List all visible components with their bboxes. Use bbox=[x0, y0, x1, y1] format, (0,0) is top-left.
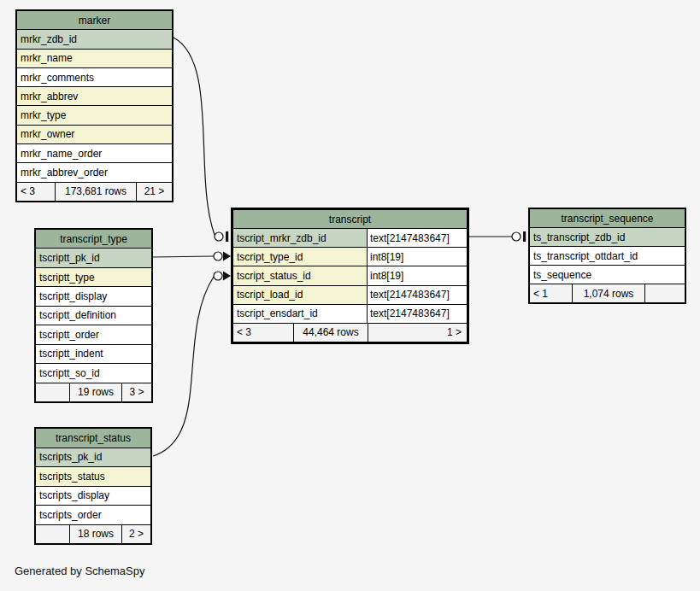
table-header[interactable]: marker bbox=[17, 11, 172, 29]
column-name: tscriptt_indent bbox=[36, 345, 151, 363]
column-name: tscriptt_order bbox=[36, 325, 151, 343]
fk-odot bbox=[214, 252, 222, 260]
column-row: tscriptt_order bbox=[36, 325, 151, 343]
column-type: int8[19] bbox=[368, 266, 467, 284]
generated-by-caption: Generated by SchemaSpy bbox=[15, 565, 144, 577]
table-title: transcript_sequence bbox=[561, 213, 653, 225]
column-row: tscripts_display bbox=[36, 486, 150, 506]
column-name: tscript_ensdart_id bbox=[233, 305, 368, 323]
column-name: mrkr_owner bbox=[17, 126, 172, 143]
row-count: 173,681 rows bbox=[55, 183, 136, 201]
table-header[interactable]: transcript_type bbox=[36, 230, 151, 248]
fk-tee bbox=[226, 231, 228, 242]
column-name: mrkr_name bbox=[17, 50, 172, 67]
column-row: tscriptt_pk_id bbox=[36, 248, 151, 266]
table-transcript-status[interactable]: transcript_status tscripts_pk_id tscript… bbox=[34, 427, 152, 545]
column-row: tscripts_status bbox=[36, 466, 150, 486]
fk-arrow bbox=[223, 252, 231, 261]
fk-arrow bbox=[223, 272, 231, 281]
column-name: tscript_status_id bbox=[233, 266, 368, 284]
column-name: mrkr_abbrev bbox=[17, 87, 172, 105]
column-name: tscriptt_pk_id bbox=[36, 249, 151, 266]
parents-count: < 1 bbox=[530, 284, 572, 302]
column-name: tscriptt_type bbox=[36, 268, 151, 286]
column-row: tscript_type_id int8[19] bbox=[233, 247, 467, 266]
table-footer: < 3 173,681 rows 21 > bbox=[17, 182, 172, 201]
row-count: 44,464 rows bbox=[293, 324, 368, 342]
table-header[interactable]: transcript_sequence bbox=[530, 209, 685, 227]
column-row: tscripts_pk_id bbox=[36, 448, 150, 467]
fk-odot bbox=[215, 232, 223, 241]
column-row: tscriptt_definition bbox=[36, 306, 151, 325]
column-row: mrkr_name_order bbox=[17, 143, 172, 162]
parents-count bbox=[36, 525, 69, 544]
table-footer: 18 rows 2 > bbox=[36, 524, 150, 544]
column-name: tscriptt_so_id bbox=[36, 364, 151, 382]
column-row: tscript_load_id text[2147483647] bbox=[233, 285, 467, 304]
column-name: tscripts_status bbox=[36, 467, 150, 486]
edge-marker-transcript bbox=[174, 38, 215, 235]
column-name: mrkr_name_order bbox=[17, 144, 172, 162]
children-count: 3 > bbox=[121, 383, 151, 401]
edge-status-transcript bbox=[153, 277, 214, 456]
column-name: ts_transcript_ottdart_id bbox=[530, 247, 685, 265]
column-name: tscriptt_definition bbox=[36, 307, 151, 325]
column-name: mrkr_type bbox=[17, 106, 172, 124]
column-name: tscriptt_display bbox=[36, 287, 151, 305]
table-title: transcript bbox=[329, 214, 371, 225]
column-name: tscript_type_id bbox=[233, 248, 368, 266]
table-title: transcript_type bbox=[60, 233, 127, 245]
column-row: ts_transcript_zdb_id bbox=[530, 227, 685, 246]
column-row: mrkr_zdb_id bbox=[17, 29, 172, 48]
column-row: tscriptt_display bbox=[36, 286, 151, 305]
column-row: mrkr_comments bbox=[17, 67, 172, 86]
table-footer: < 1 1,074 rows bbox=[530, 284, 685, 302]
column-row: ts_sequence bbox=[530, 265, 685, 284]
children-count: 21 > bbox=[136, 183, 172, 201]
column-row: tscript_status_id int8[19] bbox=[233, 266, 467, 284]
column-name: mrkr_abbrev_order bbox=[17, 163, 172, 181]
column-name: ts_sequence bbox=[530, 266, 685, 284]
column-row: tscriptt_indent bbox=[36, 344, 151, 363]
column-row: ts_transcript_ottdart_id bbox=[530, 246, 685, 265]
fk-odot bbox=[512, 232, 521, 241]
column-name: mrkr_zdb_id bbox=[17, 30, 172, 48]
table-marker[interactable]: marker mrkr_zdb_id mrkr_name mrkr_commen… bbox=[15, 9, 174, 202]
table-transcript[interactable]: transcript tscript_mrkr_zdb_id text[2147… bbox=[231, 208, 469, 344]
row-count: 18 rows bbox=[69, 525, 121, 544]
column-row: mrkr_type bbox=[17, 105, 172, 124]
column-name: mrkr_comments bbox=[17, 68, 172, 86]
column-row: mrkr_owner bbox=[17, 125, 172, 143]
children-count: 2 > bbox=[121, 525, 150, 544]
column-name: ts_transcript_zdb_id bbox=[530, 228, 685, 246]
column-name: tscript_mrkr_zdb_id bbox=[233, 229, 368, 247]
parents-count bbox=[36, 383, 69, 401]
table-header[interactable]: transcript_status bbox=[36, 429, 150, 448]
column-type: text[2147483647] bbox=[368, 286, 467, 304]
column-row: mrkr_abbrev_order bbox=[17, 162, 172, 181]
column-name: tscripts_display bbox=[36, 487, 150, 506]
parents-count: < 3 bbox=[233, 324, 293, 342]
fk-tee bbox=[523, 231, 526, 242]
column-row: tscriptt_type bbox=[36, 267, 151, 286]
column-row: mrkr_name bbox=[17, 49, 172, 67]
column-type: text[2147483647] bbox=[368, 229, 467, 247]
column-type: text[2147483647] bbox=[368, 305, 467, 323]
column-type: int8[19] bbox=[368, 248, 467, 266]
table-title: marker bbox=[79, 15, 110, 26]
row-count: 19 rows bbox=[69, 383, 121, 401]
children-count bbox=[644, 284, 685, 302]
table-transcript-type[interactable]: transcript_type tscriptt_pk_id tscriptt_… bbox=[34, 228, 153, 403]
column-name: tscripts_pk_id bbox=[36, 448, 150, 467]
table-transcript-sequence[interactable]: transcript_sequence ts_transcript_zdb_id… bbox=[528, 208, 686, 304]
column-row: mrkr_abbrev bbox=[17, 86, 172, 105]
children-count: 1 > bbox=[368, 324, 467, 342]
table-title: transcript_status bbox=[56, 432, 131, 444]
edge-type-transcript bbox=[153, 256, 214, 257]
row-count: 1,074 rows bbox=[572, 284, 644, 302]
table-header[interactable]: transcript bbox=[233, 210, 467, 228]
fk-odot bbox=[214, 272, 222, 280]
table-footer: < 3 44,464 rows 1 > bbox=[233, 323, 467, 342]
column-row: tscripts_order bbox=[36, 505, 150, 524]
table-footer: 19 rows 3 > bbox=[36, 383, 151, 401]
